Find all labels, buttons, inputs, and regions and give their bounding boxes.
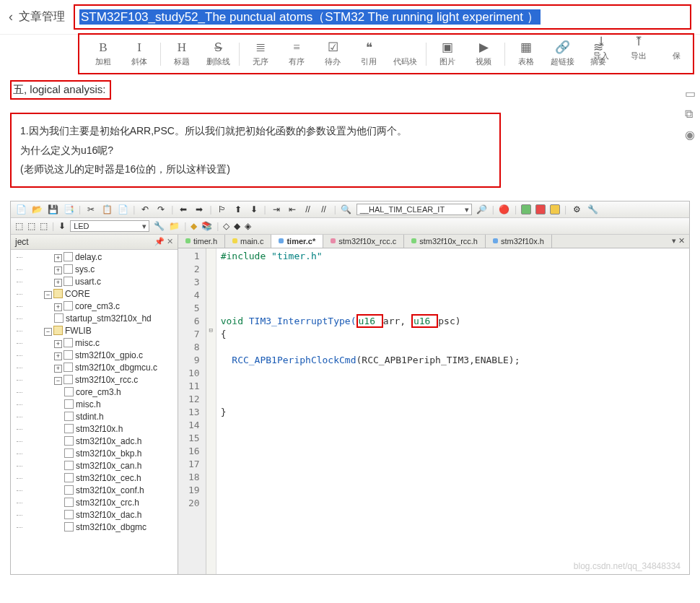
tabs-more[interactable]: ▾ ✕ (668, 235, 689, 248)
code-editor[interactable]: 1234567891011121314151617181920 ⊟ #inclu… (178, 248, 689, 574)
tree-item[interactable]: +misc.c (24, 337, 178, 350)
tab-timer.c*[interactable]: timer.c* (271, 235, 323, 248)
indent-icon[interactable]: ⇥ (271, 204, 282, 215)
tree-item[interactable]: +usart.c (24, 276, 178, 288)
manage-icon[interactable]: 📁 (169, 221, 180, 231)
undo-icon[interactable]: ↶ (139, 204, 151, 215)
tool-icon[interactable]: 🔧 (587, 204, 598, 215)
toolbar-有序[interactable]: ≡有序 (279, 38, 315, 70)
editor-tabs: timer.hmain.ctimer.c*stm32f10x_rcc.cstm3… (178, 235, 689, 248)
tree-item[interactable]: +core_cm3.c (24, 300, 178, 313)
tree-item[interactable]: stm32f10x_conf.h (24, 485, 178, 497)
tab-timer.h[interactable]: timer.h (178, 235, 225, 248)
red-dot-icon[interactable] (535, 204, 546, 214)
tree-item[interactable]: startup_stm32f10x_hd (24, 313, 178, 325)
toolbar-图片[interactable]: ▣图片 (429, 38, 465, 70)
options-icon[interactable]: 🔧 (154, 221, 165, 231)
tree-item[interactable]: misc.h (24, 399, 178, 411)
toolbar-斜体[interactable]: I斜体 (121, 38, 157, 70)
tree-item[interactable]: core_cm3.h (24, 386, 178, 399)
tree-item[interactable]: stm32f10x_bkp.h (24, 448, 178, 460)
find-icon[interactable]: 🔍 (341, 204, 352, 215)
toolbar-视频[interactable]: ▶视频 (465, 38, 502, 70)
comment-icon[interactable]: // (302, 204, 314, 215)
toolbar-代码块[interactable]: 代码块 (387, 38, 423, 70)
tree-item[interactable]: +stm32f10x_dbgmcu.c (24, 362, 178, 374)
breadcrumb[interactable]: 文章管理 (19, 9, 65, 25)
tree-item[interactable]: stm32f10x_crc.h (24, 497, 178, 509)
misc1-icon[interactable]: ◇ (223, 221, 229, 231)
tree-item[interactable]: +sys.c (24, 264, 178, 276)
ide-window: 📄 📂 💾 📑 | ✂ 📋 📄 | ↶ ↷ | ⬅ ➡ | 🏳 ⬆ ⬇ | ⇥ … (10, 201, 690, 575)
tree-item[interactable]: +stm32f10x_gpio.c (24, 350, 178, 362)
toolbar-标题[interactable]: H标题 (164, 38, 200, 70)
toolbar-无序[interactable]: ≣无序 (242, 38, 279, 70)
toolbar-删除线[interactable]: S̶删除线 (200, 38, 236, 70)
title-text: STM32F103_study52_The punctual atoms（STM… (79, 9, 541, 25)
project-tree[interactable]: +delay.c+sys.c+usart.c−CORE+core_cm3.cst… (11, 250, 178, 574)
nav-back-icon[interactable]: ⬅ (178, 204, 189, 215)
debug-icon[interactable]: 🔴 (499, 204, 510, 215)
misc2-icon[interactable]: ◆ (234, 221, 240, 231)
target-combo[interactable]: LED (70, 220, 149, 232)
toolbar-加粗[interactable]: B加粗 (85, 38, 121, 70)
tree-item[interactable]: −FWLIB (24, 325, 178, 337)
yellow-dot-icon[interactable] (550, 204, 560, 214)
bookmark-next-icon[interactable]: ⬇ (248, 204, 260, 215)
save-icon[interactable]: 💾 (47, 204, 58, 215)
tree-item[interactable]: stm32f10x_can.h (24, 460, 178, 472)
cut-icon[interactable]: ✂ (85, 204, 97, 215)
tab-stm32f10x_rcc.h[interactable]: stm32f10x_rcc.h (404, 235, 486, 248)
tree-item[interactable]: −CORE (24, 288, 178, 300)
side-icon[interactable]: ◉ (685, 128, 696, 142)
tree-item[interactable]: stm32f10x_dbgmc (24, 521, 178, 534)
pack-icon[interactable]: ◆ (191, 221, 197, 231)
toolbar-导入[interactable]: ⤓导入 (583, 32, 619, 64)
toolbar-表格[interactable]: ▦表格 (508, 38, 544, 70)
build-icon[interactable]: ⬚ (15, 221, 23, 231)
symbol-combo[interactable]: __HAL_TIM_CLEAR_IT (356, 204, 472, 215)
open-icon[interactable]: 📂 (31, 204, 43, 215)
source-text[interactable]: #include "timer.h" void TIM3_InterruptTy… (216, 248, 525, 574)
books-icon[interactable]: 📚 (201, 221, 212, 231)
download-icon[interactable]: ⬇ (58, 221, 66, 231)
new-file-icon[interactable]: 📄 (15, 204, 27, 215)
uncomment-icon[interactable]: // (318, 204, 330, 215)
tree-item[interactable]: +delay.c (24, 251, 178, 264)
toolbar-待办[interactable]: ☑待办 (315, 38, 351, 70)
side-icon[interactable]: ▭ (685, 87, 696, 100)
green-dot-icon[interactable] (521, 204, 531, 214)
tree-item[interactable]: stm32f10x.h (24, 423, 178, 435)
paste-icon[interactable]: 📄 (117, 204, 128, 215)
fold-column[interactable]: ⊟ (206, 248, 216, 574)
outdent-icon[interactable]: ⇤ (286, 204, 298, 215)
tab-stm32f10x_rcc.c[interactable]: stm32f10x_rcc.c (323, 235, 404, 248)
copy-icon[interactable]: 📋 (101, 204, 113, 215)
toolbar-保[interactable]: 保 (658, 32, 694, 64)
tree-item[interactable]: stm32f10x_adc.h (24, 435, 178, 448)
settings-icon[interactable]: ⚙ (571, 204, 582, 215)
tab-main.c[interactable]: main.c (225, 235, 271, 248)
toolbar-超链接[interactable]: 🔗超链接 (544, 38, 580, 70)
rebuild-icon[interactable]: ⬚ (27, 221, 35, 231)
back-icon[interactable]: ‹ (9, 9, 13, 25)
toolbar-引用[interactable]: ❝引用 (351, 38, 387, 70)
title-input[interactable]: STM32F103_study52_The punctual atoms（STM… (74, 4, 691, 30)
nav-fwd-icon[interactable]: ➡ (193, 204, 205, 215)
misc3-icon[interactable]: ◈ (245, 221, 251, 231)
tree-item[interactable]: stm32f10x_dac.h (24, 509, 178, 521)
tree-item[interactable]: stm32f10x_cec.h (24, 472, 178, 485)
bookmark-prev-icon[interactable]: ⬆ (232, 204, 244, 215)
bookmark-icon[interactable]: 🏳 (216, 204, 228, 215)
redo-icon[interactable]: ↷ (155, 204, 167, 215)
save-all-icon[interactable]: 📑 (63, 204, 74, 215)
find2-icon[interactable]: 🔎 (476, 204, 488, 215)
tree-item[interactable]: stdint.h (24, 411, 178, 423)
toolbar-导出[interactable]: ⤒导出 (621, 32, 657, 64)
side-icon[interactable]: ⧉ (685, 108, 696, 121)
batch-icon[interactable]: ⬚ (40, 221, 48, 231)
tree-item[interactable]: −stm32f10x_rcc.c (24, 374, 178, 386)
project-label: ject (15, 237, 29, 247)
pin-icon[interactable]: 📌 ✕ (154, 237, 173, 246)
tab-stm32f10x.h[interactable]: stm32f10x.h (486, 235, 552, 248)
